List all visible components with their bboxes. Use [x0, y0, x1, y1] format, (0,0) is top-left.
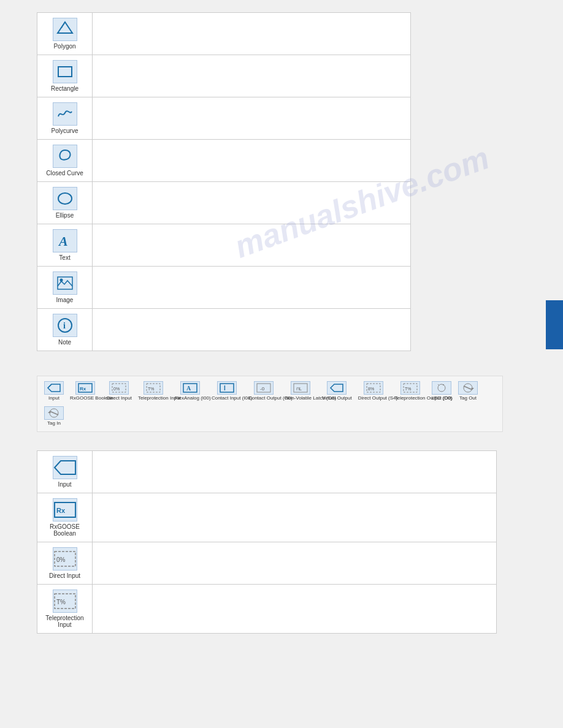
toolbar-direct-output[interactable]: 8% Direct Output (S4): [356, 380, 391, 403]
nonvolatile-latch-toolbar-icon: ⊓L: [291, 381, 310, 395]
toolbar-rxgoose[interactable]: Rx RxGOOSE Boolean: [68, 380, 102, 403]
table-row: Rx RxGOOSE Boolean: [37, 493, 497, 542]
toolbar-teleprotection-input-label: Teleprotection Input: [138, 396, 169, 401]
toolbar-input[interactable]: Input: [42, 380, 66, 403]
svg-text:8%: 8%: [368, 387, 374, 391]
ellipse-icon: [53, 187, 77, 210]
svg-text:⊓L: ⊓L: [296, 387, 302, 391]
direct-input-tool[interactable]: 0% Direct Input: [42, 547, 87, 579]
note-desc: [93, 309, 411, 351]
virtual-output-toolbar-icon: [327, 381, 347, 395]
toolbar-nonvolatile-latch-label: Non-Volatile Latch (O0): [285, 396, 316, 401]
polygon-tool[interactable]: Polygon: [42, 18, 87, 50]
rxgoose-toolbar-icon: Rx: [75, 381, 95, 395]
ellipse-tool[interactable]: Ellipse: [42, 187, 87, 219]
svg-rect-2: [58, 67, 72, 77]
teleprotection-input-tool[interactable]: T% TeleprotectionInput: [42, 590, 87, 628]
input-tool[interactable]: Input: [42, 456, 87, 488]
closed-curve-tool[interactable]: Closed Curve: [42, 145, 87, 176]
table-row: Input: [37, 450, 497, 493]
rectangle-tool[interactable]: Rectangle: [42, 60, 87, 92]
input-icon-cell: Input: [37, 450, 93, 493]
table-row: Image: [37, 267, 411, 309]
polycurve-label: Polycurve: [52, 127, 79, 134]
image-icon-cell: Image: [37, 267, 93, 309]
toolbar-flexanalog[interactable]: A FlexAnalog (I00): [173, 380, 207, 403]
text-label: Text: [59, 254, 70, 261]
toolbar-teleprotection-output[interactable]: T% Teleprotection Output (O0): [393, 380, 427, 403]
svg-text:T%: T%: [405, 387, 412, 391]
toolbar-contact-output[interactable]: -0 Contact Output (O0): [247, 380, 281, 403]
tag-in-toolbar-icon: [44, 406, 64, 420]
toolbar-led[interactable]: LED (D0): [430, 380, 454, 403]
svg-line-37: [50, 411, 58, 415]
toolbar-teleprotection-output-label: Teleprotection Output (O0): [395, 396, 426, 401]
svg-text:Rx: Rx: [56, 507, 66, 514]
toolbar-tag-in[interactable]: Tag In: [42, 405, 66, 428]
teleprotection-input-toolbar-icon: T%: [144, 381, 163, 395]
table-row: Polycurve: [37, 97, 411, 140]
table-row: Polygon: [37, 13, 411, 55]
polycurve-tool[interactable]: Polycurve: [42, 102, 87, 134]
closed-curve-label: Closed Curve: [46, 170, 83, 176]
table-row: Rectangle: [37, 55, 411, 97]
toolbar-teleprotection-input[interactable]: T% Teleprotection Input: [136, 380, 170, 403]
toolbar-virtual-output[interactable]: Virtual Output: [320, 380, 354, 403]
polygon-desc: [93, 13, 411, 55]
note-label: Note: [58, 339, 71, 346]
rxgoose-icon: Rx: [53, 498, 77, 521]
direct-input-desc: [93, 542, 497, 584]
led-toolbar-icon: [432, 381, 451, 395]
image-icon: [53, 271, 77, 295]
toolbar-virtual-output-label: Virtual Output: [322, 396, 352, 401]
svg-text:0%: 0%: [113, 387, 120, 391]
svg-text:0%: 0%: [56, 556, 66, 563]
direct-input-toolbar-icon: 0%: [109, 381, 129, 395]
rectangle-desc: [93, 55, 411, 97]
toolbar-input-label: Input: [48, 396, 59, 401]
svg-text:T%: T%: [148, 387, 155, 391]
svg-line-31: [438, 384, 439, 385]
input-label: Input: [58, 481, 71, 488]
polygon-label: Polygon: [53, 43, 75, 50]
toolbar-contact-input[interactable]: I Contact Input (I08): [210, 380, 244, 403]
direct-input-icon: 0%: [53, 547, 77, 571]
table-row: A Text: [37, 224, 411, 267]
toolbar-direct-input[interactable]: 0% Direct Input: [105, 380, 134, 403]
toolbar-contact-output-label: Contact Output (O0): [248, 396, 279, 401]
text-tool[interactable]: A Text: [42, 229, 87, 261]
svg-marker-39: [55, 461, 75, 474]
side-tab: [546, 300, 563, 349]
polygon-icon: [53, 18, 77, 41]
svg-text:A: A: [58, 233, 68, 249]
polygon-icon-cell: Polygon: [37, 13, 93, 55]
polycurve-icon: [53, 102, 77, 126]
table-row: Closed Curve: [37, 140, 411, 182]
table-row: T% TeleprotectionInput: [37, 584, 497, 633]
contact-output-toolbar-icon: -0: [254, 381, 274, 395]
rxgoose-tool[interactable]: Rx RxGOOSE Boolean: [42, 498, 87, 537]
svg-point-6: [59, 279, 63, 282]
toolbar-rxgoose-label: RxGOOSE Boolean: [70, 396, 101, 401]
toolbar-strip: Input Rx RxGOOSE Boolean 0% Direct Input: [37, 376, 503, 432]
svg-point-3: [58, 193, 72, 204]
svg-text:T%: T%: [56, 599, 66, 605]
toolbar-tag-out-label: Tag Out: [459, 396, 477, 401]
flexanalog-toolbar-icon: A: [180, 381, 200, 395]
svg-text:A: A: [186, 385, 191, 392]
toolbar-tag-out[interactable]: Tag Out: [456, 380, 480, 403]
input-desc: [93, 450, 497, 493]
svg-line-34: [464, 386, 472, 390]
note-icon: i: [53, 314, 77, 337]
image-tool[interactable]: Image: [42, 271, 87, 303]
toolbar-nonvolatile-latch[interactable]: ⊓L Non-Volatile Latch (O0): [283, 380, 318, 403]
closed-curve-desc: [93, 140, 411, 182]
polycurve-icon-cell: Polycurve: [37, 97, 93, 140]
toolbar-led-label: LED (D0): [432, 396, 452, 401]
note-tool[interactable]: i Note: [42, 314, 87, 346]
input-icon: [53, 456, 77, 479]
rectangle-icon: [53, 60, 77, 83]
svg-rect-19: [220, 384, 234, 392]
svg-text:Rx: Rx: [80, 386, 86, 392]
direct-output-toolbar-icon: 8%: [364, 381, 383, 395]
